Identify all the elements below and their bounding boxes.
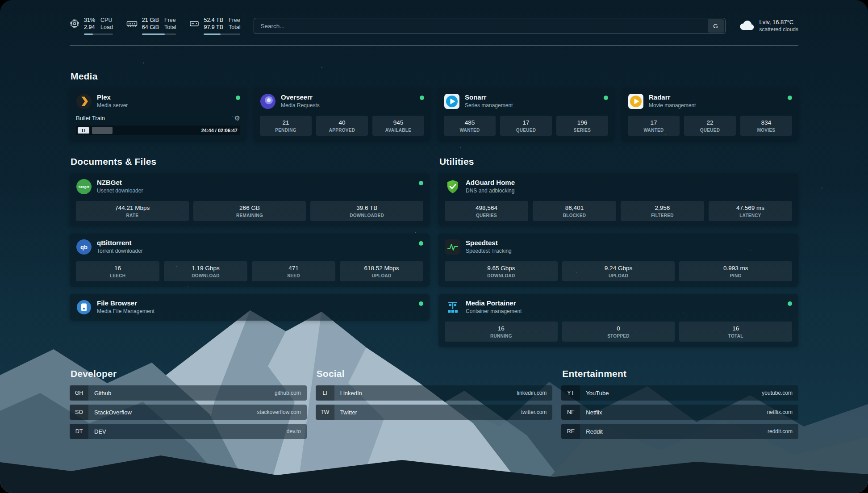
stat-box: 39.6 TB DOWNLOADED xyxy=(310,201,423,221)
stat-box: 17 QUEUED xyxy=(500,116,552,136)
filebrowser-card[interactable]: File Browser Media File Management xyxy=(70,294,430,321)
stat-label: WANTED xyxy=(630,128,678,133)
bookmark-reddit[interactable]: RE Reddit reddit.com xyxy=(561,424,798,439)
disk-usage-fill xyxy=(204,33,221,35)
stat-value: 17 xyxy=(630,119,678,126)
weather-condition: scattered clouds xyxy=(760,26,798,33)
stat-box: 47.569 ms LATENCY xyxy=(709,201,792,221)
bookmark-github[interactable]: GH Github github.com xyxy=(70,385,307,401)
bookmark-url: reddit.com xyxy=(768,428,793,435)
service-description: Speedtest Tracking xyxy=(466,248,792,254)
playback-progress-bar[interactable] xyxy=(92,127,198,134)
stat-label: TOTAL xyxy=(681,334,790,338)
stat-label: QUEUED xyxy=(686,128,734,133)
memory-free-label: Free xyxy=(164,17,176,24)
portainer-card[interactable]: Media Portainer Container management 16 … xyxy=(438,294,798,347)
bookmark-twitter[interactable]: TW Twitter twitter.com xyxy=(316,405,553,420)
stat-value: 498,564 xyxy=(447,205,526,211)
cpu-load-value: 2.94 xyxy=(84,24,95,31)
service-name: Sonarr xyxy=(465,93,599,101)
bookmark-netflix[interactable]: NF Netflix netflix.com xyxy=(561,405,798,420)
stat-label: FILTERED xyxy=(622,213,702,218)
stat-label: UPLOAD xyxy=(564,273,673,278)
service-name: AdGuard Home xyxy=(466,179,792,186)
stat-box: 22 QUEUED xyxy=(684,116,736,136)
disk-widget: 52.4 TB 97.9 TB Free Total xyxy=(189,17,240,34)
status-dot xyxy=(788,96,792,100)
bookmark-url: linkedin.com xyxy=(517,390,547,396)
bookmark-name: Reddit xyxy=(586,428,603,435)
stat-box: 0.993 ms PING xyxy=(679,261,792,281)
stat-label: RATE xyxy=(78,213,187,218)
stat-box: 1.19 Gbps DOWNLOAD xyxy=(164,261,247,281)
service-description: Movie management xyxy=(649,102,783,109)
stat-label: REMAINING xyxy=(195,213,305,218)
stat-value: 40 xyxy=(318,119,366,126)
stat-box: 2,956 FILTERED xyxy=(621,201,704,221)
plex-icon xyxy=(76,93,92,109)
sonarr-card[interactable]: Sonarr Series management 485 WANTED 17 Q… xyxy=(438,88,614,141)
bookmark-youtube[interactable]: YT YouTube youtube.com xyxy=(561,385,798,401)
service-name: File Browser xyxy=(97,299,414,307)
search-provider-button[interactable]: G xyxy=(708,19,724,33)
stat-box: 834 MOVIES xyxy=(740,116,792,136)
bookmark-abbr: TW xyxy=(316,405,334,420)
media-grid: Plex Media server Bullet Train ⚙ xyxy=(70,88,798,141)
disk-free-value: 52.4 TB xyxy=(204,17,223,24)
stat-label: STOPPED xyxy=(564,334,673,338)
stat-label: DOWNLOAD xyxy=(447,273,556,278)
stat-label: DOWNLOADED xyxy=(312,213,421,218)
search-input[interactable] xyxy=(254,23,707,29)
stat-value: 1.19 Gbps xyxy=(166,265,246,272)
radarr-card[interactable]: Radarr Movie management 17 WANTED 22 QUE… xyxy=(622,88,798,141)
stat-value: 16 xyxy=(447,325,556,332)
utilities-section-title: Utilities xyxy=(439,156,798,167)
nzbget-icon: nzbget xyxy=(76,179,92,195)
settings-gear-icon[interactable]: ⚙ xyxy=(234,115,240,121)
bookmark-stackoverflow[interactable]: SO StackOverflow stackoverflow.com xyxy=(70,405,307,420)
stat-label: LEECH xyxy=(78,273,158,278)
section-utilities: Utilities xyxy=(438,156,798,347)
nzbget-card[interactable]: nzbget NZBGet Usenet downloader 744.21 M… xyxy=(70,173,430,226)
now-playing-title: Bullet Train xyxy=(76,115,105,121)
plex-card[interactable]: Plex Media server Bullet Train ⚙ xyxy=(70,88,246,141)
service-name: Radarr xyxy=(649,93,783,101)
search-bar: G xyxy=(254,18,725,34)
nzbget-icon-text: nzbget xyxy=(79,185,90,189)
bookmark-url: dev.to xyxy=(287,428,301,435)
cpu-widget: 31% 2.94 CPU Load xyxy=(70,17,113,34)
stat-value: 9.24 Gbps xyxy=(564,265,673,272)
pause-button[interactable] xyxy=(78,127,89,134)
sonarr-icon xyxy=(444,93,460,109)
bookmark-name: Netflix xyxy=(586,409,602,416)
bookmark-name: StackOverflow xyxy=(94,409,132,416)
bookmark-abbr: LI xyxy=(316,385,334,401)
cpu-label: CPU xyxy=(100,17,113,24)
overseerr-card[interactable]: Overseerr Media Requests 21 PENDING 40 A… xyxy=(254,88,430,141)
stat-box: 945 AVAILABLE xyxy=(372,116,424,136)
topbar: 31% 2.94 CPU Load xyxy=(70,15,798,37)
weather-widget: Lviv, 16.87°C scattered clouds xyxy=(739,19,798,33)
stat-label: QUERIES xyxy=(447,213,526,218)
service-name: NZBGet xyxy=(97,179,414,186)
stat-value: 834 xyxy=(742,119,790,126)
qbittorrent-icon: qb xyxy=(76,239,92,255)
bookmark-dev[interactable]: DT DEV dev.to xyxy=(70,424,307,439)
playback-time: 24:44 / 02:06:47 xyxy=(201,128,238,133)
playback-progress-fill xyxy=(92,127,113,134)
memory-usage-bar xyxy=(142,33,176,35)
stat-value: 266 GB xyxy=(195,205,305,211)
bookmark-url: github.com xyxy=(275,390,301,396)
stat-label: APPROVED xyxy=(318,128,366,133)
stat-value: 196 xyxy=(558,119,606,126)
memory-usage-fill xyxy=(142,33,165,35)
memory-icon xyxy=(126,19,138,29)
bookmark-linkedin[interactable]: LI LinkedIn linkedin.com xyxy=(316,385,553,401)
stat-box: 196 SERIES xyxy=(556,116,608,136)
speedtest-card[interactable]: Speedtest Speedtest Tracking 9.65 Gbps D… xyxy=(438,234,798,287)
bookmark-abbr: SO xyxy=(70,405,88,420)
qbittorrent-card[interactable]: qb qBittorrent Torrent downloader 16 LEE… xyxy=(70,234,430,287)
stat-value: 618.52 Mbps xyxy=(342,265,421,272)
bookmark-abbr: RE xyxy=(561,424,580,439)
adguard-card[interactable]: AdGuard Home DNS and adblocking 498,564 … xyxy=(438,173,798,226)
